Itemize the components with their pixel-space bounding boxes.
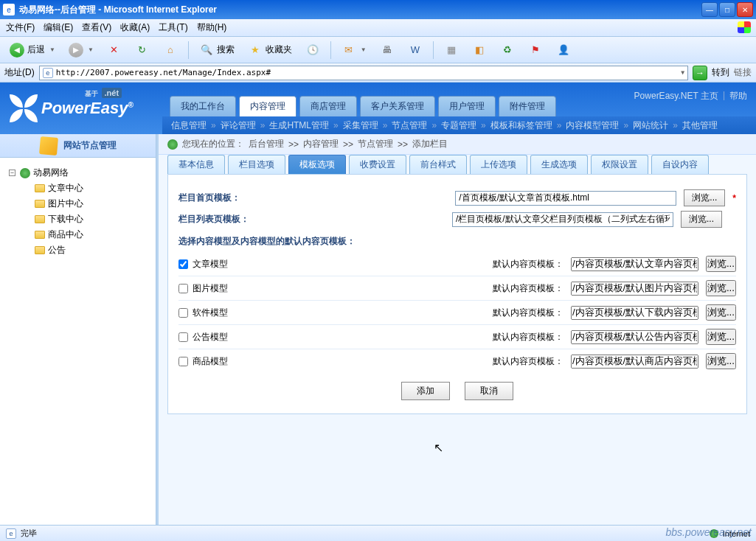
top-tab[interactable]: 商店管理 bbox=[299, 96, 357, 116]
model-template-input[interactable] bbox=[571, 282, 698, 296]
model-checkbox[interactable] bbox=[178, 308, 188, 318]
tree-root[interactable]: − 动易网络 bbox=[9, 165, 147, 181]
home-link[interactable]: PowerEasy.NET 主页 bbox=[634, 90, 718, 102]
menu-view[interactable]: 查看(V) bbox=[82, 21, 111, 34]
content-tab[interactable]: 收费设置 bbox=[349, 155, 406, 174]
tool4-button[interactable]: ⚑ bbox=[523, 41, 548, 60]
col-list-label: 栏目列表页模板： bbox=[178, 213, 267, 226]
tree-item[interactable]: 商品中心 bbox=[24, 227, 147, 242]
menu-favorites[interactable]: 收藏(A) bbox=[120, 21, 150, 34]
section-title: 选择内容模型及内容模型的默认内容页模板： bbox=[178, 235, 736, 248]
content-tab[interactable]: 模板选项 bbox=[288, 155, 346, 174]
subnav-item[interactable]: 生成HTML管理 bbox=[269, 119, 329, 132]
menu-file[interactable]: 文件(F) bbox=[6, 21, 35, 34]
menu-edit[interactable]: 编辑(E) bbox=[44, 21, 73, 34]
model-checkbox[interactable] bbox=[178, 259, 188, 269]
col-list-input[interactable] bbox=[452, 212, 673, 227]
links-label[interactable]: 链接 bbox=[734, 66, 752, 79]
history-button[interactable]: 🕓 bbox=[300, 41, 325, 60]
status-bar: e 完毕 Internet bbox=[0, 525, 756, 541]
tool3-button[interactable]: ♻ bbox=[495, 41, 520, 60]
browse-button[interactable]: 浏览... bbox=[706, 280, 736, 296]
subnav-item[interactable]: 模板和标签管理 bbox=[490, 119, 552, 132]
top-tab[interactable]: 附件管理 bbox=[499, 96, 556, 116]
model-checkbox[interactable] bbox=[178, 357, 188, 366]
forward-button[interactable]: ►▼ bbox=[63, 41, 99, 60]
browse-button[interactable]: 浏览... bbox=[684, 189, 725, 206]
model-template-input[interactable] bbox=[571, 330, 698, 344]
maximize-button[interactable]: □ bbox=[719, 2, 735, 17]
menu-help[interactable]: 帮助(H) bbox=[197, 21, 227, 34]
col-home-input[interactable] bbox=[455, 191, 676, 206]
subnav-item[interactable]: 评论管理 bbox=[221, 119, 256, 132]
home-button[interactable]: ⌂ bbox=[158, 41, 183, 60]
tree-item[interactable]: 公告 bbox=[24, 242, 147, 258]
cube-icon bbox=[38, 136, 58, 155]
subnav-item[interactable]: 内容模型管理 bbox=[566, 119, 619, 132]
tool1-button[interactable]: ▦ bbox=[439, 41, 464, 60]
model-template-input[interactable] bbox=[571, 306, 698, 320]
subnav-item[interactable]: 网站统计 bbox=[633, 119, 668, 132]
go-button[interactable]: → bbox=[693, 66, 707, 80]
content-tab[interactable]: 栏目选项 bbox=[228, 155, 285, 174]
edit-button[interactable]: W bbox=[403, 41, 428, 60]
breadcrumb-part[interactable]: 后台管理 bbox=[249, 138, 284, 150]
top-tab[interactable]: 内容管理 bbox=[239, 96, 296, 116]
model-checkbox[interactable] bbox=[178, 284, 188, 293]
minimize-button[interactable]: — bbox=[701, 2, 718, 17]
content-tab[interactable]: 上传选项 bbox=[470, 155, 527, 174]
content-tab[interactable]: 前台样式 bbox=[409, 155, 467, 174]
browse-button[interactable]: 浏览... bbox=[681, 211, 722, 228]
subnav-item[interactable]: 专题管理 bbox=[441, 119, 476, 132]
back-button[interactable]: ◄后退▼ bbox=[4, 41, 60, 60]
top-tab[interactable]: 客户关系管理 bbox=[360, 96, 435, 116]
menu-tools[interactable]: 工具(T) bbox=[159, 21, 187, 34]
content-tab[interactable]: 生成选项 bbox=[530, 155, 588, 174]
model-checkbox-label[interactable]: 图片模型 bbox=[178, 282, 341, 295]
top-tab[interactable]: 用户管理 bbox=[438, 96, 496, 116]
subnav-item[interactable]: 节点管理 bbox=[392, 119, 427, 132]
cancel-button[interactable]: 取消 bbox=[465, 382, 513, 400]
subnav-item[interactable]: 采集管理 bbox=[343, 119, 378, 132]
model-row: 软件模型默认内容页模板：浏览... bbox=[178, 301, 736, 325]
ie-logo bbox=[734, 19, 755, 35]
model-checkbox[interactable] bbox=[178, 332, 188, 342]
favorites-button[interactable]: ★收藏夹 bbox=[243, 41, 297, 60]
breadcrumb: 您现在的位置： 后台管理 >> 内容管理 >> 节点管理 >> 添加栏目 bbox=[159, 134, 756, 155]
url-input[interactable]: e http://2007.powereasy.net/Manage/Index… bbox=[39, 66, 688, 80]
top-tab[interactable]: 我的工作台 bbox=[170, 96, 236, 116]
refresh-button[interactable]: ↻ bbox=[130, 41, 155, 60]
content-tab[interactable]: 基本信息 bbox=[167, 155, 225, 174]
add-button[interactable]: 添加 bbox=[401, 382, 450, 400]
col-home-label: 栏目首页模板： bbox=[178, 192, 267, 204]
browse-button[interactable]: 浏览... bbox=[706, 256, 736, 272]
browse-button[interactable]: 浏览... bbox=[706, 329, 736, 345]
model-checkbox-label[interactable]: 软件模型 bbox=[178, 307, 341, 319]
help-link[interactable]: 帮助 bbox=[729, 90, 747, 102]
go-label: 转到 bbox=[712, 66, 729, 79]
model-checkbox-label[interactable]: 文章模型 bbox=[178, 258, 341, 270]
browse-button[interactable]: 浏览... bbox=[706, 353, 736, 369]
model-checkbox-label[interactable]: 公告模型 bbox=[178, 331, 341, 343]
tree-item[interactable]: 图片中心 bbox=[24, 196, 147, 212]
content-tab[interactable]: 权限设置 bbox=[591, 155, 648, 174]
address-label: 地址(D) bbox=[4, 66, 35, 79]
breadcrumb-part[interactable]: 节点管理 bbox=[358, 138, 393, 150]
breadcrumb-part[interactable]: 内容管理 bbox=[303, 138, 339, 150]
tree-item[interactable]: 文章中心 bbox=[24, 181, 147, 196]
subnav-item[interactable]: 信息管理 bbox=[171, 119, 207, 132]
model-template-input[interactable] bbox=[571, 355, 698, 369]
browse-button[interactable]: 浏览... bbox=[706, 304, 736, 321]
messenger-button[interactable]: 👤 bbox=[551, 41, 576, 60]
print-button[interactable]: 🖶 bbox=[375, 41, 400, 60]
search-button[interactable]: 🔍搜索 bbox=[194, 41, 240, 60]
close-button[interactable]: ✕ bbox=[737, 2, 753, 17]
mail-button[interactable]: ✉▼ bbox=[336, 41, 372, 60]
content-tab[interactable]: 自设内容 bbox=[651, 155, 709, 174]
tool2-button[interactable]: ◧ bbox=[467, 41, 492, 60]
model-checkbox-label[interactable]: 商品模型 bbox=[178, 355, 341, 368]
subnav-item[interactable]: 其他管理 bbox=[682, 119, 718, 132]
tree-item[interactable]: 下载中心 bbox=[24, 212, 147, 227]
model-template-input[interactable] bbox=[571, 257, 698, 271]
stop-button[interactable]: ✕ bbox=[102, 41, 127, 60]
